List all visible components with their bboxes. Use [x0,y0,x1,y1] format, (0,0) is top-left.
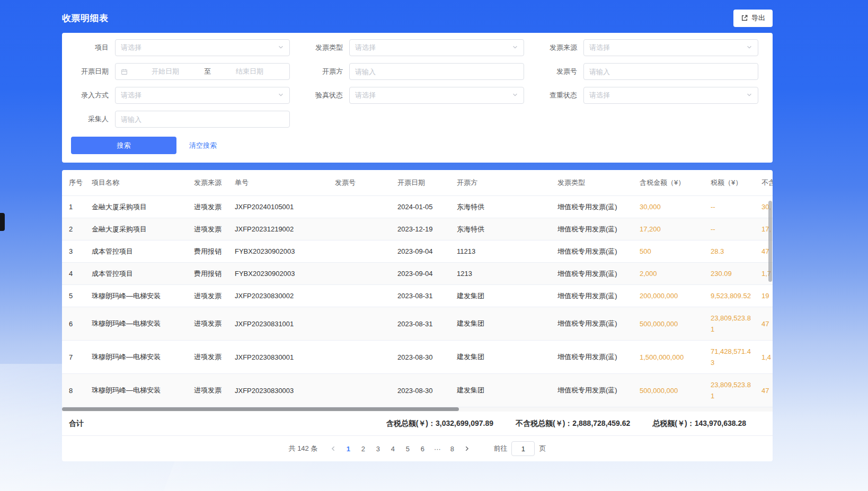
cell-issuer: 建发集团 [457,307,557,341]
invoice-table-wrap: 序号 项目名称 发票来源 单号 发票号 开票日期 开票方 发票类型 含税金额（¥… [62,170,773,407]
project-select-placeholder: 请选择 [121,43,278,52]
cell-tax: -- [711,196,761,218]
filter-invoice-date: 开票日期 开始日期 至 结束日期 [62,63,296,80]
tax-excluded-total-value: 2,888,728,459.62 [572,419,630,427]
invoice-source-select[interactable]: 请选择 [583,39,758,56]
col-header-issuer: 开票方 [457,170,557,196]
filter-invoice-source: 发票来源 请选择 [530,39,765,56]
cell-date: 2023-09-04 [397,240,457,263]
page-button-2[interactable]: 2 [356,441,370,456]
prev-page-button[interactable] [326,441,341,456]
chevron-down-icon [512,44,518,52]
col-header-excl-tax: 不含 [761,170,773,196]
table-row: 1 金融大厦采购项目 进项发票 JXFP20240105001 2024-01-… [62,196,773,218]
cell-project: 珠穆朗玛峰—电梯安装 [92,374,194,407]
cell-type: 增值税专用发票(蓝) [557,285,640,307]
project-select[interactable]: 请选择 [115,39,290,56]
entry-method-label: 录入方式 [62,91,115,100]
cell-invoice-no [335,218,397,240]
filter-actions: 搜索 清空搜索 [62,137,773,154]
col-header-amount: 含税金额（¥） [640,170,711,196]
goto-page-input[interactable] [511,441,535,456]
cell-project: 珠穆朗玛峰—电梯安装 [92,307,194,341]
chevron-down-icon [278,92,284,100]
cell-project: 珠穆朗玛峰—电梯安装 [92,341,194,374]
more-pages-button[interactable]: ··· [430,441,445,456]
chevron-down-icon [746,92,752,100]
page-button-8[interactable]: 8 [445,441,459,456]
cell-source: 进项发票 [194,341,235,374]
invoice-type-select[interactable]: 请选择 [349,39,524,56]
page-button-1[interactable]: 1 [341,441,356,456]
total-tax: 总税额(￥)：143,970,638.28 [652,419,746,428]
cell-type: 增值税专用发票(蓝) [557,263,640,285]
cell-tax: 23,809,523.81 [711,374,761,407]
cell-issuer: 建发集团 [457,341,557,374]
cell-seq: 2 [62,218,92,240]
collector-input[interactable] [121,115,284,123]
cell-amount: 2,000 [640,263,711,285]
page-button-6[interactable]: 6 [415,441,430,456]
invoice-table-card: 序号 项目名称 发票来源 单号 发票号 开票日期 开票方 发票类型 含税金额（¥… [62,170,773,461]
export-icon [741,14,748,22]
vertical-scrollbar-thumb[interactable] [768,201,772,282]
invoice-table: 序号 项目名称 发票来源 单号 发票号 开票日期 开票方 发票类型 含税金额（¥… [62,170,773,407]
total-tax-label: 总税额(￥)： [652,419,694,427]
page-title: 收票明细表 [62,12,109,24]
tax-excluded-total-label: 不含税总额(￥)： [516,419,572,427]
cell-tax: 28.3 [711,240,761,263]
invoice-no-input[interactable] [589,68,752,76]
cell-seq: 7 [62,341,92,374]
invoice-type-select-placeholder: 请选择 [355,43,512,52]
dedup-status-select[interactable]: 请选择 [583,87,758,104]
page-button-5[interactable]: 5 [400,441,415,456]
next-page-button[interactable] [459,441,474,456]
filter-project: 项目 请选择 [62,39,296,56]
filter-verify-status: 验真状态 请选择 [296,87,530,104]
date-range-separator: 至 [200,67,215,76]
issuer-label: 开票方 [296,67,349,76]
cell-issuer: 东海特供 [457,218,557,240]
invoice-date-label: 开票日期 [62,67,115,76]
cell-type: 增值税专用发票(蓝) [557,341,640,374]
cell-amount: 500,000,000 [640,307,711,341]
invoice-type-label: 发票类型 [296,43,349,52]
export-button-label: 导出 [751,13,765,23]
verify-status-select[interactable]: 请选择 [349,87,524,104]
page-button-4[interactable]: 4 [385,441,400,456]
side-drawer-handle[interactable] [0,213,5,231]
cell-doc-no: FYBX20230902003 [235,240,335,263]
filter-invoice-type: 发票类型 请选择 [296,39,530,56]
cell-type: 增值税专用发票(蓝) [557,374,640,407]
table-row: 5 珠穆朗玛峰—电梯安装 进项发票 JXFP20230830002 2023-0… [62,285,773,307]
invoice-date-range-picker[interactable]: 开始日期 至 结束日期 [115,63,290,80]
export-button[interactable]: 导出 [733,10,773,27]
cell-source: 进项发票 [194,285,235,307]
top-bar: 收票明细表 导出 [62,0,773,33]
cell-source: 进项发票 [194,218,235,240]
entry-method-select-placeholder: 请选择 [121,91,278,100]
table-row: 8 珠穆朗玛峰—电梯安装 进项发票 JXFP20230830003 2023-0… [62,374,773,407]
table-row: 7 珠穆朗玛峰—电梯安装 进项发票 JXFP20230830001 2023-0… [62,341,773,374]
issuer-input-wrap [349,63,524,80]
horizontal-scrollbar [62,407,773,412]
cell-issuer: 建发集团 [457,285,557,307]
cell-amount: 200,000,000 [640,285,711,307]
col-header-doc-no: 单号 [235,170,335,196]
cell-invoice-no [335,240,397,263]
cell-doc-no: JXFP20230831001 [235,307,335,341]
search-button[interactable]: 搜索 [71,137,176,154]
entry-method-select[interactable]: 请选择 [115,87,290,104]
clear-search-link[interactable]: 清空搜索 [189,141,217,150]
cell-project: 成本管控项目 [92,240,194,263]
cell-source: 费用报销 [194,263,235,285]
dedup-status-select-placeholder: 请选择 [589,91,746,100]
collector-label: 采集人 [62,114,115,124]
cell-source: 进项发票 [194,374,235,407]
goto-label: 前往 [493,444,507,453]
cell-doc-no: FYBX20230902003 [235,263,335,285]
issuer-input[interactable] [355,68,518,76]
cell-type: 增值税专用发票(蓝) [557,307,640,341]
page-button-3[interactable]: 3 [370,441,385,456]
horizontal-scrollbar-thumb[interactable] [62,407,459,411]
